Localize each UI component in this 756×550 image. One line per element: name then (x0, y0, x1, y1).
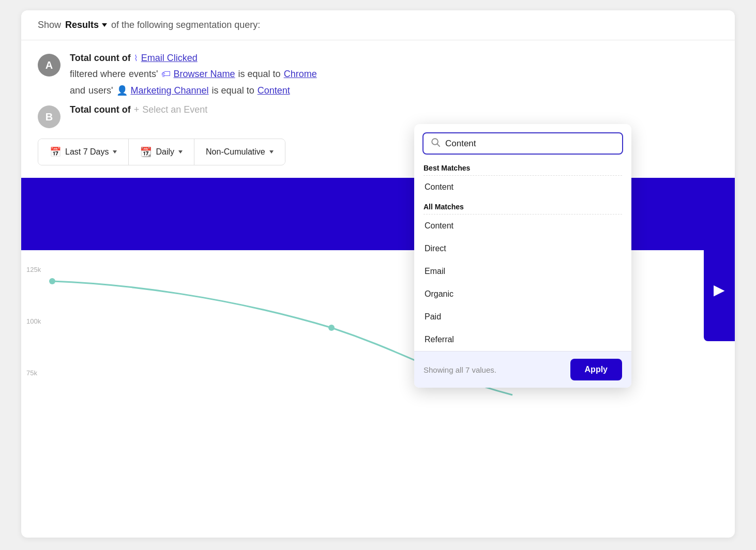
interval-chevron-icon (178, 150, 183, 154)
mode-filter-button[interactable]: Non-Cumulative (194, 140, 285, 164)
apply-button[interactable]: Apply (570, 359, 622, 380)
calendar-icon: 📅 (50, 146, 61, 158)
dropdown-item-organic[interactable]: Organic (414, 283, 631, 305)
mode-filter-label: Non-Cumulative (206, 147, 265, 157)
query-line-b1: Total count of + Select an Event (70, 104, 207, 115)
total-count-label-a: Total count of (70, 53, 131, 64)
event-icon-a: ⌇ (134, 53, 138, 63)
is-equal-to-2: is equal to (212, 85, 254, 96)
interval-filter-button[interactable]: 📆 Daily (129, 139, 194, 165)
svg-line-1 (437, 144, 440, 147)
query-lines-b: Total count of + Select an Event (70, 104, 207, 115)
date-chevron-icon (113, 150, 117, 154)
tag-icon: 🏷 (161, 69, 171, 80)
results-dropdown[interactable]: Results (65, 20, 107, 30)
select-event-label: Select an Event (142, 104, 207, 115)
property2-name[interactable]: Marketing Channel (131, 85, 209, 96)
date-filter-button[interactable]: 📅 Last 7 Days (38, 139, 129, 165)
dropdown-item-best-content[interactable]: Content (414, 176, 631, 198)
dropdown-search-box (422, 132, 623, 155)
date-filter-label: Last 7 Days (65, 147, 109, 157)
blue-side-panel[interactable]: ▶ (704, 238, 735, 341)
event-name-a[interactable]: Email Clicked (141, 53, 198, 64)
value2[interactable]: Content (258, 85, 290, 96)
interval-icon: 📆 (140, 146, 152, 158)
add-event-button[interactable]: + Select an Event (134, 104, 208, 115)
query-line-a2: filtered where events' 🏷 Browser Name is… (70, 69, 317, 80)
dropdown-item-referral[interactable]: Referral (414, 328, 631, 351)
badge-a: A (38, 54, 61, 77)
and-label: and (70, 85, 85, 96)
header-rest-label: of the following segmentation query: (111, 20, 260, 30)
events-label: events' (129, 69, 158, 80)
query-row-a: A Total count of ⌇ Email Clicked filtere… (38, 53, 718, 96)
query-line-a3: and users' 👤 Marketing Channel is equal … (70, 85, 317, 96)
dropdown-item-email[interactable]: Email (414, 260, 631, 283)
show-label: Show (38, 20, 61, 30)
chart-dot-1 (49, 278, 55, 284)
plus-icon: + (134, 104, 140, 115)
header-bar: Show Results of the following segmentati… (21, 10, 735, 40)
all-matches-label: All Matches (414, 198, 631, 214)
interval-filter-label: Daily (156, 147, 174, 157)
panel-icon: ▶ (714, 281, 725, 298)
dropdown-overlay: Best Matches Content All Matches Content… (414, 124, 631, 388)
search-icon (431, 138, 440, 149)
query-lines-a: Total count of ⌇ Email Clicked filtered … (70, 53, 317, 96)
results-chevron-icon (102, 23, 107, 27)
footer-count-label: Showing all 7 values. (424, 365, 496, 374)
main-container: Show Results of the following segmentati… (21, 10, 735, 538)
dropdown-footer: Showing all 7 values. Apply (414, 351, 631, 388)
badge-b: B (38, 105, 61, 128)
best-matches-label: Best Matches (414, 160, 631, 175)
filter-bar: 📅 Last 7 Days 📆 Daily Non-Cumulative (38, 139, 285, 165)
search-input[interactable] (445, 139, 615, 149)
filtered-where-label: filtered where (70, 69, 126, 80)
value1[interactable]: Chrome (284, 69, 317, 80)
mode-chevron-icon (269, 150, 274, 154)
is-equal-to-1: is equal to (238, 69, 281, 80)
query-line-a1: Total count of ⌇ Email Clicked (70, 53, 317, 64)
dropdown-item-content[interactable]: Content (414, 215, 631, 237)
results-label: Results (65, 20, 99, 30)
dropdown-search-wrapper (414, 124, 631, 160)
dropdown-item-paid[interactable]: Paid (414, 305, 631, 328)
chart-dot-2 (328, 325, 335, 331)
property1-name[interactable]: Browser Name (174, 69, 235, 80)
total-count-label-b: Total count of (70, 104, 131, 115)
users-label: users' (88, 85, 113, 96)
dropdown-item-direct[interactable]: Direct (414, 237, 631, 260)
user-icon: 👤 (116, 85, 128, 96)
